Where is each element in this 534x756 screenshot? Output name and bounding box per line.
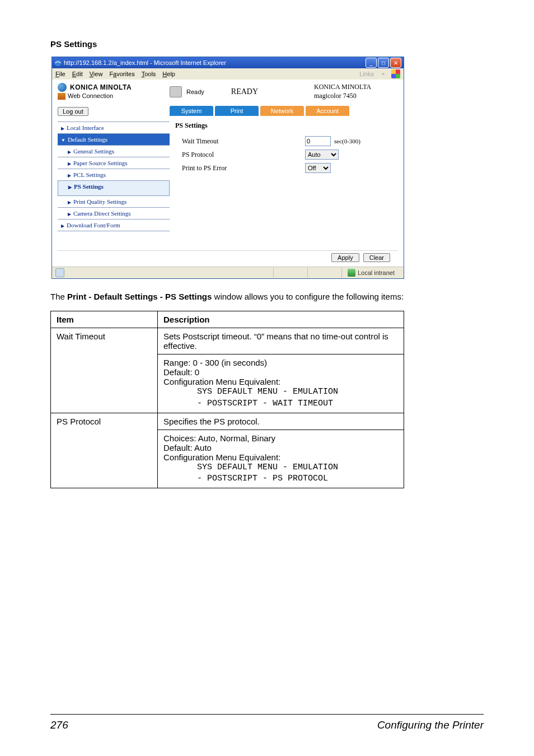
sidebar-item-paper-source[interactable]: ▶Paper Source Settings [58, 157, 170, 169]
form-panel: PS Settings Wait Timeout sec(0-300) PS P… [170, 122, 398, 245]
brand-name: KONICA MINOLTA [70, 83, 132, 92]
select-print-ps-error[interactable]: Off [305, 163, 331, 173]
section-title: PS Settings [50, 39, 484, 49]
ie-icon [54, 59, 62, 67]
footer-rule [50, 714, 484, 715]
pagescope-icon [58, 93, 65, 100]
cell-item: PS Protocol [51, 413, 158, 488]
label-wait-timeout: Wait Timeout [182, 137, 305, 146]
cell-item: Wait Timeout [51, 328, 158, 413]
menu-edit[interactable]: Edit [72, 71, 83, 77]
menu-tools[interactable]: Tools [142, 71, 156, 77]
links-chevron-icon[interactable]: » [382, 71, 385, 77]
sidebar-item-pcl-settings[interactable]: ▶PCL Settings [58, 169, 170, 181]
tab-print[interactable]: Print [215, 106, 259, 116]
menu-bar: File Edit View Favorites Tools Help Link… [52, 68, 404, 80]
cell-desc: Specifies the PS protocol. [158, 413, 404, 430]
model-name: magicolor 7450 [314, 92, 398, 101]
tab-system[interactable]: System [170, 106, 213, 116]
menu-view[interactable]: View [90, 71, 103, 77]
model-info: KONICA MINOLTA magicolor 7450 [314, 83, 398, 100]
footer-label: Configuring the Printer [377, 719, 484, 731]
printer-icon [170, 86, 182, 97]
statusbar-left-icon [55, 268, 64, 277]
input-wait-timeout[interactable] [305, 136, 331, 146]
tab-network[interactable]: Network [260, 106, 304, 116]
cell-desc: Sets Postscript timeout. “0” means that … [158, 328, 404, 354]
cell-desc: Range: 0 - 300 (in seconds) Default: 0 C… [158, 354, 404, 413]
status-large: READY [231, 87, 258, 96]
hint-wait-timeout: sec(0-300) [334, 138, 360, 144]
settings-table: Item Description Wait Timeout Sets Posts… [50, 311, 404, 488]
table-row: Wait Timeout Sets Postscript timeout. “0… [51, 328, 404, 354]
subbrand: Web Connection [68, 92, 113, 100]
table-row: PS Protocol Specifies the PS protocol. [51, 413, 404, 430]
tab-bar: System Print Network Account [170, 106, 349, 116]
brand-logo: KONICA MINOLTA Web Connection [58, 83, 170, 100]
logout-button[interactable]: Log out [58, 107, 88, 116]
menu-favorites[interactable]: Favorites [109, 71, 134, 77]
apply-button[interactable]: Apply [331, 253, 359, 262]
intro-text: The Print - Default Settings - PS Settin… [50, 291, 405, 302]
km-mark-icon [58, 83, 67, 92]
menu-help[interactable]: Help [162, 71, 175, 77]
sidebar-item-ps-settings[interactable]: ▶PS Settings [58, 181, 170, 196]
sidebar-item-general-settings[interactable]: ▶General Settings [58, 146, 170, 157]
maximize-button[interactable]: □ [378, 58, 389, 68]
page-number: 276 [50, 719, 68, 731]
clear-button[interactable]: Clear [363, 253, 390, 262]
sidebar-item-camera-direct[interactable]: ▶Camera Direct Settings [58, 208, 170, 220]
table-header-item: Item [51, 311, 158, 328]
minimize-button[interactable]: _ [366, 58, 377, 68]
sidebar-item-download-font[interactable]: ▶Download Font/Form [58, 220, 170, 231]
status-bar: Local intranet [52, 267, 404, 278]
tab-account[interactable]: Account [306, 106, 349, 116]
sidebar-item-print-quality[interactable]: ▶Print Quality Settings [58, 196, 170, 208]
cell-desc: Choices: Auto, Normal, Binary Default: A… [158, 430, 404, 488]
zone-label: Local intranet [358, 269, 395, 276]
table-header-description: Description [158, 311, 404, 328]
zone-icon [348, 269, 355, 277]
sidebar: ▶Local Interface ▼Default Settings ▶Gene… [58, 122, 170, 245]
links-label: Links [359, 71, 375, 77]
browser-window: http://192.168.1.2/a_index.html - Micros… [51, 57, 404, 279]
label-ps-protocol: PS Protocol [182, 151, 305, 159]
label-print-ps-error: Print to PS Error [182, 164, 305, 172]
titlebar: http://192.168.1.2/a_index.html - Micros… [52, 57, 404, 68]
sidebar-item-local-interface[interactable]: ▶Local Interface [58, 122, 170, 134]
close-button[interactable]: ✕ [390, 58, 401, 68]
sidebar-item-default-settings[interactable]: ▼Default Settings [58, 134, 170, 146]
select-ps-protocol[interactable]: Auto [305, 150, 339, 160]
status-text: Ready [186, 88, 204, 95]
model-brand: KONICA MINOLTA [314, 83, 398, 92]
menu-file[interactable]: File [55, 71, 65, 77]
svg-point-0 [55, 59, 61, 66]
form-title: PS Settings [175, 122, 398, 130]
windows-logo-icon [391, 69, 400, 78]
window-title: http://192.168.1.2/a_index.html - Micros… [64, 59, 366, 66]
